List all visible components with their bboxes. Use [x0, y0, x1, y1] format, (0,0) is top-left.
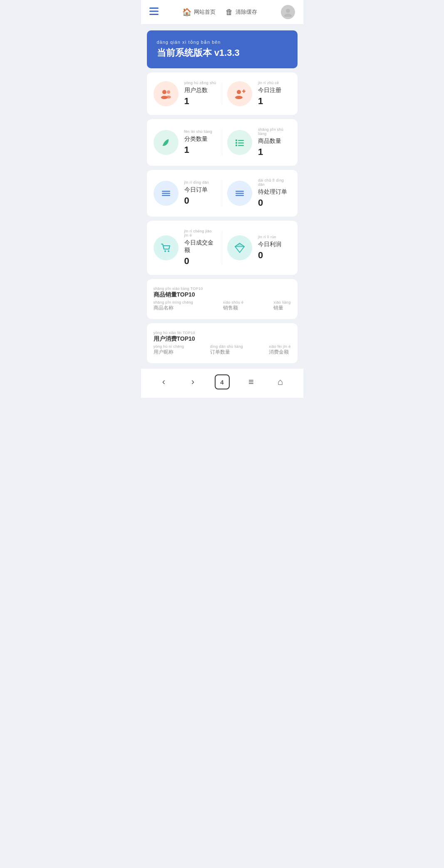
card-divider — [222, 180, 222, 207]
stat-icon-user-add — [227, 81, 252, 106]
table-col: xiāo fèi jīn é消费金额 — [269, 344, 290, 356]
stat-value: 0 — [184, 195, 209, 206]
home-button[interactable]: ⌂ — [273, 374, 288, 389]
table-cols: shāng pǐn míng chēng商品名称xiāo shòu é销售额xi… — [154, 300, 291, 312]
stat-ruby: jīn rì chéng jiāo jīn é — [184, 229, 217, 237]
stat-info: jīn rì lì rùn 今日利润 0 — [258, 235, 281, 261]
home-icon: 🏠 — [182, 7, 191, 17]
svg-rect-25 — [236, 195, 244, 196]
stat-label: 商品数量 — [258, 137, 291, 145]
table-cards: shāng pǐn xiāo liàng TOP10 商品销量TOP10shān… — [141, 279, 303, 363]
table-card-1: yòng hù xiāo fèi TOP10 用户消费TOP10yòng hù … — [147, 323, 298, 363]
svg-rect-0 — [149, 7, 159, 9]
svg-rect-22 — [162, 195, 170, 196]
clear-cache-nav-item[interactable]: 🗑 清除缓存 — [226, 8, 257, 17]
table-title: 用户消费TOP10 — [154, 335, 195, 342]
svg-point-27 — [168, 250, 169, 252]
stat-label: 今日利润 — [258, 241, 281, 248]
hamburger-button[interactable]: ≡ — [244, 374, 259, 389]
stat-info: jīn rì chéng jiāo jīn é 今日成交金额 0 — [184, 229, 217, 267]
svg-rect-1 — [149, 10, 159, 12]
svg-marker-29 — [235, 243, 244, 247]
svg-point-3 — [286, 9, 290, 13]
table-col: xiāo shòu é销售额 — [223, 300, 243, 312]
menu-icon[interactable] — [149, 7, 159, 17]
trash-icon: 🗑 — [226, 8, 233, 17]
stat-pair-2-0: jīn rì dìng dān 今日订单 0 — [154, 178, 217, 208]
svg-rect-17 — [238, 142, 244, 144]
stat-value: 1 — [258, 96, 281, 107]
stat-card-1: fēn lèi shù liàng 分类数量 1 shāng pǐn shù l… — [147, 119, 298, 166]
table-title-ruby: shāng pǐn xiāo liàng TOP10 — [154, 287, 203, 291]
stat-value: 1 — [258, 147, 291, 157]
stat-ruby: jīn rì zhù cè — [258, 81, 281, 85]
stat-ruby: jīn rì lì rùn — [258, 235, 281, 239]
stat-icon-menu — [154, 181, 179, 206]
table-title-ruby: yòng hù xiāo fèi TOP10 — [154, 331, 195, 335]
card-divider — [222, 129, 222, 156]
table-col: shāng pǐn míng chēng商品名称 — [154, 300, 193, 312]
user-avatar[interactable] — [281, 5, 295, 19]
table-title: 商品销量TOP10 — [154, 291, 195, 298]
svg-rect-21 — [162, 193, 170, 194]
table-card-0: shāng pǐn xiāo liàng TOP10 商品销量TOP10shān… — [147, 279, 298, 319]
forward-button[interactable]: › — [186, 374, 201, 389]
card-divider — [222, 82, 222, 105]
stat-pair-0-0: yòng hù zǒng shù 用户总数 1 — [154, 81, 217, 107]
stat-info: yòng hù zǒng shù 用户总数 1 — [184, 81, 216, 107]
svg-rect-24 — [236, 193, 244, 194]
stat-ruby: shāng pǐn shù liàng — [258, 127, 291, 136]
svg-rect-19 — [238, 145, 244, 146]
stat-icon-list — [227, 130, 252, 155]
table-col: dìng dān shù liàng订单数量 — [210, 344, 243, 356]
svg-rect-14 — [236, 140, 237, 141]
svg-point-9 — [237, 90, 241, 94]
stat-ruby: jīn rì dìng dān — [184, 180, 209, 185]
stat-info: jīn rì zhù cè 今日注册 1 — [258, 81, 281, 107]
home-label: 网站首页 — [194, 8, 216, 16]
table-header: shāng pǐn xiāo liàng TOP10 商品销量TOP10 — [154, 287, 291, 299]
stat-card-2: jīn rì dìng dān 今日订单 0 dài chǔ lǐ dìng d… — [147, 170, 298, 217]
version-text: 当前系统版本 v1.3.3 — [157, 47, 288, 59]
stat-value: 0 — [258, 197, 291, 208]
stat-pair-3-0: jīn rì chéng jiāo jīn é 今日成交金额 0 — [154, 229, 217, 267]
stat-pair-2-1: dài chǔ lǐ dìng dān 待处理订单 0 — [227, 178, 291, 208]
stat-icon-menu — [227, 181, 252, 206]
top-nav: 🏠 网站首页 🗑 清除缓存 — [141, 0, 303, 25]
stat-value: 1 — [184, 145, 213, 155]
stat-info: shāng pǐn shù liàng 商品数量 1 — [258, 127, 291, 157]
card-divider — [222, 231, 222, 265]
table-col: xiāo liàng销量 — [273, 300, 290, 312]
stat-info: fēn lèi shù liàng 分类数量 1 — [184, 130, 213, 155]
clear-cache-label: 清除缓存 — [236, 8, 257, 16]
svg-rect-23 — [236, 191, 244, 192]
stat-icon-users — [154, 81, 179, 106]
version-banner: dāng qián xì tǒng bǎn běn 当前系统版本 v1.3.3 — [147, 30, 298, 68]
svg-point-10 — [235, 96, 243, 99]
version-ruby: dāng qián xì tǒng bǎn běn — [157, 40, 288, 45]
svg-point-4 — [284, 14, 292, 17]
stat-ruby: yòng hù zǒng shù — [184, 81, 216, 85]
stat-pair-1-0: fēn lèi shù liàng 分类数量 1 — [154, 127, 217, 157]
stat-label: 用户总数 — [184, 87, 216, 94]
stat-ruby: dài chǔ lǐ dìng dān — [258, 178, 291, 187]
page-number[interactable]: 4 — [215, 374, 230, 389]
stat-value: 0 — [184, 256, 217, 267]
stat-label: 分类数量 — [184, 135, 213, 143]
back-button[interactable]: ‹ — [156, 374, 171, 389]
stat-ruby: fēn lèi shù liàng — [184, 130, 213, 134]
stat-info: jīn rì dìng dān 今日订单 0 — [184, 180, 209, 206]
bottom-nav: ‹ › 4 ≡ ⌂ — [141, 368, 303, 398]
svg-rect-20 — [162, 191, 170, 192]
stat-label: 待处理订单 — [258, 188, 291, 196]
stat-pair-0-1: jīn rì zhù cè 今日注册 1 — [227, 81, 291, 107]
stat-value: 1 — [184, 96, 216, 107]
svg-rect-18 — [236, 145, 237, 146]
stat-cards: yòng hù zǒng shù 用户总数 1 jīn rì zhù cè 今日… — [141, 72, 303, 275]
svg-rect-2 — [149, 14, 159, 15]
svg-rect-16 — [236, 142, 237, 144]
home-nav-item[interactable]: 🏠 网站首页 — [182, 7, 216, 17]
svg-point-6 — [167, 90, 170, 94]
stat-card-3: jīn rì chéng jiāo jīn é 今日成交金额 0 jīn rì … — [147, 221, 298, 275]
stat-icon-diamond — [227, 235, 252, 260]
